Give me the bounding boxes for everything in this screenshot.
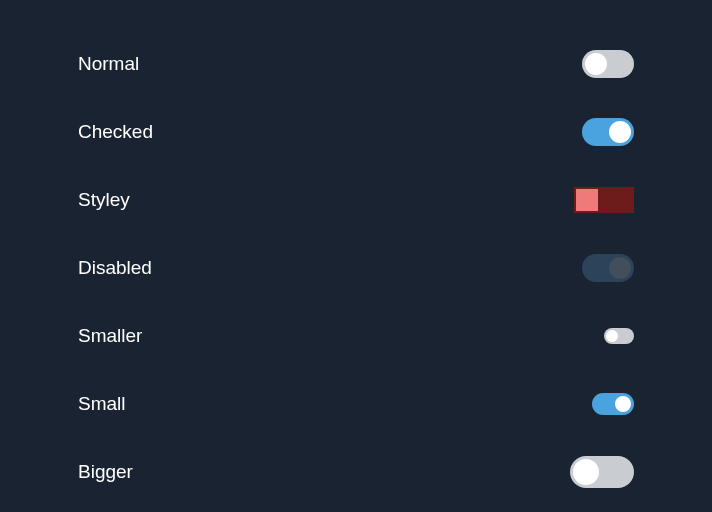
toggle-checked[interactable]: [582, 118, 634, 146]
toggle-row-disabled: Disabled: [78, 234, 634, 302]
toggle-label-small: Small: [78, 393, 126, 415]
toggle-row-styley: Styley: [78, 166, 634, 234]
toggle-disabled: [582, 254, 634, 282]
toggle-row-bigger: Bigger: [78, 438, 634, 506]
toggle-row-small: Small: [78, 370, 634, 438]
toggle-knob-smaller: [606, 330, 618, 342]
toggle-knob-normal: [585, 53, 607, 75]
toggle-styley[interactable]: [574, 187, 634, 213]
toggle-label-normal: Normal: [78, 53, 139, 75]
toggle-knob-styley: [576, 189, 598, 211]
toggle-label-styley: Styley: [78, 189, 130, 211]
toggle-list: NormalCheckedStyleyDisabledSmallerSmallB…: [78, 30, 634, 506]
toggle-knob-checked: [609, 121, 631, 143]
toggle-knob-disabled: [609, 257, 631, 279]
toggle-label-disabled: Disabled: [78, 257, 152, 279]
toggle-label-smaller: Smaller: [78, 325, 142, 347]
toggle-small[interactable]: [592, 393, 634, 415]
toggle-label-bigger: Bigger: [78, 461, 133, 483]
toggle-row-normal: Normal: [78, 30, 634, 98]
toggle-row-checked: Checked: [78, 98, 634, 166]
toggle-knob-bigger: [573, 459, 599, 485]
toggle-knob-small: [615, 396, 631, 412]
toggle-bigger[interactable]: [570, 456, 634, 488]
toggle-label-checked: Checked: [78, 121, 153, 143]
toggle-smaller[interactable]: [604, 328, 634, 344]
toggle-row-smaller: Smaller: [78, 302, 634, 370]
toggle-normal[interactable]: [582, 50, 634, 78]
